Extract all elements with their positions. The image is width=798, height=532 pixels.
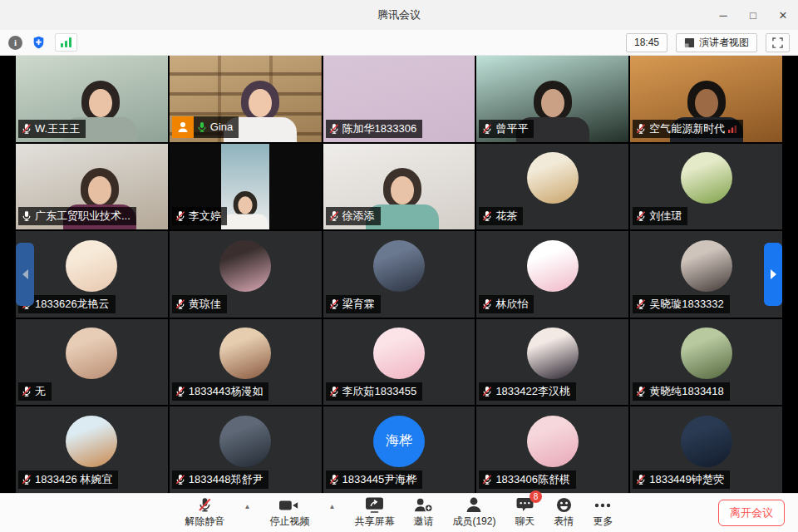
share-screen-button[interactable]: 共享屏幕	[354, 496, 394, 529]
chevron-right-icon	[771, 269, 776, 279]
more-button[interactable]: 更多	[593, 496, 613, 529]
participant-tile[interactable]: 1833422李汉桃	[476, 319, 628, 406]
participant-tile[interactable]: 无	[16, 319, 168, 406]
window-title: 腾讯会议	[377, 7, 421, 22]
nameplate: 徐添添	[326, 207, 381, 225]
participant-name: 徐添添	[342, 209, 375, 224]
camera-icon	[279, 496, 299, 514]
participant-tile[interactable]: 黄琼佳	[170, 231, 322, 318]
mic-muted-icon	[481, 386, 493, 397]
participant-name: 吴晓璇1833332	[649, 297, 724, 312]
mic-muted-icon	[175, 210, 186, 222]
participant-tile[interactable]: W.王王王	[16, 56, 168, 142]
minimize-button[interactable]: ─	[708, 0, 738, 30]
title-bar: 腾讯会议 ─ □ ✕	[0, 0, 798, 30]
nameplate-row: 陈加华1833306	[326, 120, 423, 138]
participant-tile[interactable]: 1833449钟楚荧	[630, 406, 782, 493]
unmute-button[interactable]: 解除静音	[185, 496, 225, 529]
network-signal-icon[interactable]	[55, 33, 77, 52]
participant-tile[interactable]: 陈加华1833306	[323, 56, 475, 142]
meeting-info-group: i	[8, 33, 77, 52]
mic-muted-icon	[21, 474, 32, 485]
nameplate-row: 吴晓璇1833332	[633, 295, 730, 313]
participant-tile[interactable]: 徐添添	[323, 144, 475, 230]
security-shield-icon[interactable]	[32, 36, 45, 49]
nameplate: 黄琼佳	[172, 295, 227, 313]
mic-muted-icon	[481, 298, 493, 310]
nameplate: 空气能源新时代	[633, 120, 743, 138]
participant-tile[interactable]: 花茶	[476, 144, 628, 230]
participant-tile[interactable]: 海桦1833445尹海桦	[323, 406, 475, 493]
avatar	[66, 328, 117, 379]
participant-tile[interactable]: 吴晓璇1833332	[630, 231, 782, 318]
nameplate: 无	[18, 382, 52, 401]
avatar	[373, 240, 425, 292]
nameplate: 梁育霖	[326, 295, 381, 313]
participant-tile[interactable]: 刘佳珺	[630, 144, 782, 230]
mic-muted-icon	[328, 123, 340, 135]
avatar	[681, 328, 732, 379]
participant-tile[interactable]: 空气能源新时代	[630, 56, 782, 142]
emoji-button[interactable]: 表情	[554, 496, 574, 529]
fullscreen-button[interactable]	[766, 33, 790, 52]
toolbar-label: 聊天	[515, 515, 534, 529]
participant-tile[interactable]: 林欣怡	[476, 231, 628, 318]
participant-name: 1833426 林婉宜	[35, 472, 112, 487]
nameplate: 1833422李汉桃	[479, 382, 576, 401]
nameplate-row: 1833445尹海桦	[326, 470, 423, 489]
leave-meeting-button[interactable]: 离开会议	[718, 500, 785, 526]
participant-tile[interactable]: 李欣茹1833455	[323, 319, 475, 406]
nameplate: 曾平平	[479, 120, 534, 138]
share-screen-icon	[365, 496, 384, 514]
participant-name: W.王王王	[35, 121, 80, 136]
participant-tile[interactable]: 梁育霖	[323, 231, 475, 318]
toolbar-label: 共享屏幕	[354, 515, 394, 529]
nameplate-row: 花茶	[479, 207, 523, 225]
toolbar-label: 停止视频	[269, 515, 309, 529]
mic-muted-icon	[635, 386, 647, 397]
emoji-icon	[556, 496, 572, 514]
avatar	[681, 152, 732, 204]
participant-tile[interactable]: 1833406陈舒棋	[476, 406, 628, 493]
video-options-caret[interactable]: ▲	[328, 504, 335, 510]
meeting-info-icon[interactable]: i	[8, 36, 22, 50]
window-controls: ─ □ ✕	[708, 0, 798, 30]
invite-button[interactable]: 邀请	[413, 496, 433, 529]
mic-muted-icon	[175, 474, 186, 485]
nameplate: 花茶	[479, 207, 523, 225]
chat-button[interactable]: 8 聊天	[515, 496, 534, 529]
participant-name: 花茶	[495, 209, 517, 224]
nameplate: 1833426 林婉宜	[18, 470, 118, 489]
avatar	[219, 416, 271, 467]
nameplate-row: 1833426 林婉宜	[18, 470, 118, 489]
mic-muted-icon	[481, 474, 493, 485]
close-button[interactable]: ✕	[768, 0, 798, 30]
participant-tile[interactable]: 1833448郑舒尹	[170, 406, 322, 493]
nameplate-row: 黄琼佳	[172, 295, 227, 313]
participant-tile[interactable]: 1833626龙艳云	[16, 231, 168, 318]
stop-video-button[interactable]: 停止视频	[269, 496, 309, 529]
mic-muted-icon	[21, 386, 32, 397]
participant-tile[interactable]: 李文婷	[170, 144, 322, 230]
meeting-top-bar: i 18:45 演讲者视图	[0, 30, 798, 56]
avatar	[527, 240, 579, 292]
nameplate-row: 梁育霖	[326, 295, 381, 313]
nameplate: 1833445尹海桦	[326, 470, 423, 489]
participant-tile[interactable]: 黄晓纯1833418	[630, 319, 782, 406]
maximize-button[interactable]: □	[738, 0, 768, 30]
participant-tile[interactable]: 1833426 林婉宜	[16, 406, 168, 493]
participant-tile[interactable]: 广东工贸职业技术...	[16, 144, 168, 230]
participant-name: 陈加华1833306	[342, 121, 417, 136]
participant-tile[interactable]: 曾平平	[476, 56, 628, 142]
participant-tile[interactable]: 1833443杨漫如	[170, 319, 322, 406]
next-page-arrow[interactable]	[764, 243, 782, 306]
participant-tile[interactable]: Gina	[170, 56, 322, 142]
avatar	[681, 416, 732, 467]
nameplate: 广东工贸职业技术...	[18, 207, 136, 225]
audio-options-caret[interactable]: ▲	[244, 504, 251, 510]
members-button[interactable]: 成员(192)	[452, 496, 495, 529]
nameplate-row: Gina	[172, 116, 239, 138]
nameplate-row: 刘佳珺	[633, 207, 687, 225]
previous-page-arrow[interactable]	[16, 243, 34, 306]
speaker-view-button[interactable]: 演讲者视图	[676, 33, 757, 52]
